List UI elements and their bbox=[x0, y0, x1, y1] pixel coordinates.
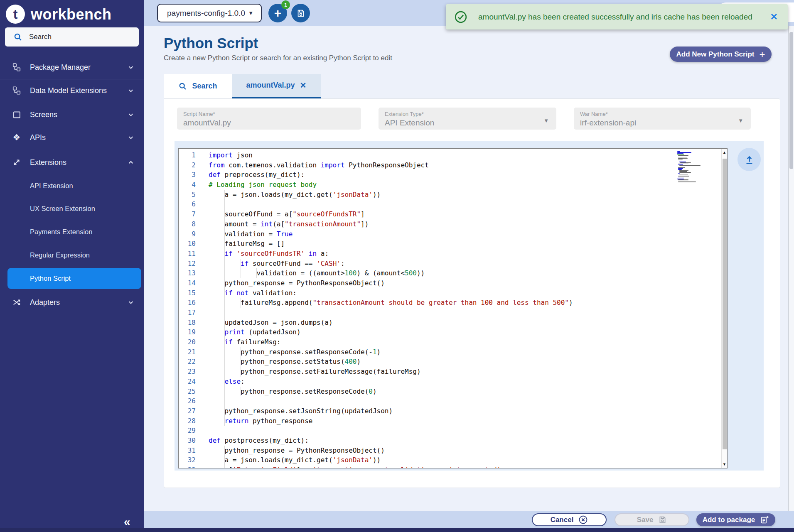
sidebar-child-label: UX Screen Extension bbox=[30, 205, 95, 213]
save-icon bbox=[658, 515, 667, 524]
close-icon[interactable]: ✕ bbox=[300, 81, 307, 90]
code-line: 21 python_response.setResponseCode(-1) bbox=[179, 347, 727, 357]
code-text: # Loading json request body bbox=[209, 180, 317, 190]
line-number: 15 bbox=[179, 288, 196, 298]
indent-guide bbox=[241, 347, 241, 357]
minimap-line bbox=[678, 159, 683, 159]
code-line: 4# Loading json request body bbox=[179, 180, 727, 190]
sidebar-item-extensions[interactable]: Extensions bbox=[0, 152, 144, 172]
code-line: 29 bbox=[179, 426, 727, 436]
cancel-button[interactable]: Cancel bbox=[532, 513, 607, 526]
war-name-select[interactable]: War Name* irf-extension-api ▼ bbox=[574, 108, 751, 130]
code-line: 28 return python_response bbox=[179, 416, 727, 426]
code-text: amount = int(a["transactionAmount"]) bbox=[209, 219, 369, 229]
line-number: 23 bbox=[179, 367, 196, 377]
indent-guide bbox=[224, 278, 225, 288]
code-line: 19 print (updatedJson) bbox=[179, 327, 727, 337]
page-subtitle: Create a new Python Script or search for… bbox=[164, 54, 392, 62]
sidebar-item-api-extension[interactable]: API Extension bbox=[0, 177, 144, 195]
code-line: 30def postprocess(my_dict): bbox=[179, 436, 727, 446]
sidebar-collapse-button[interactable]: « bbox=[124, 515, 130, 529]
line-number: 11 bbox=[179, 249, 196, 259]
extension-type-select[interactable]: Extension Type* API Extension ▼ bbox=[379, 108, 556, 130]
indent-guide bbox=[224, 377, 225, 387]
indent-guide bbox=[224, 298, 225, 308]
indent-guide bbox=[224, 308, 225, 318]
sidebar-item-ux-screen-extension[interactable]: UX Screen Extension bbox=[0, 199, 144, 218]
code-line: 17 bbox=[179, 308, 727, 318]
code-editor[interactable]: 1import json2from com.temenos.validation… bbox=[178, 148, 728, 468]
sidebar-item-label: Screens bbox=[30, 110, 57, 119]
line-number: 21 bbox=[179, 347, 196, 357]
code-text: python_response.setJsonString(updatedJso… bbox=[209, 406, 393, 416]
line-number: 12 bbox=[179, 259, 196, 269]
code-line: 12 if sourceOfFund == 'CASH': bbox=[179, 259, 727, 269]
tab-search[interactable]: Search bbox=[164, 74, 232, 98]
minimap-line bbox=[678, 160, 682, 161]
code-text: python_response.setResponseCode(0) bbox=[209, 387, 377, 397]
sidebar: t workbench Search Package Manager bbox=[0, 0, 144, 532]
package-version-select[interactable]: payments-config-1.0.0 ▼ bbox=[157, 4, 262, 22]
add-to-package-button[interactable]: Add to package bbox=[696, 513, 775, 526]
upload-icon bbox=[744, 154, 755, 165]
page-scrollbar-thumb[interactable] bbox=[789, 32, 793, 169]
add-new-python-script-button[interactable]: Add New Python Script + bbox=[670, 47, 772, 62]
line-number: 17 bbox=[179, 308, 196, 318]
screen-icon bbox=[11, 110, 22, 119]
code-text: sourceOfFund = a["sourceOfFundsTR"] bbox=[209, 209, 365, 219]
scroll-down-icon[interactable]: ▼ bbox=[723, 462, 726, 466]
save-button[interactable]: Save bbox=[615, 513, 689, 526]
code-text: if 'sourceOfFundsTR' in a: bbox=[209, 249, 329, 259]
code-text: a['ExtensionField'] = 'transaction amoun… bbox=[209, 465, 501, 468]
code-text: python_response.setStatus(400) bbox=[209, 357, 361, 367]
sidebar-item-adapters[interactable]: Adapters bbox=[0, 292, 144, 312]
sidebar-item-package-manager[interactable]: Package Manager bbox=[0, 57, 144, 77]
line-number: 4 bbox=[179, 180, 196, 190]
upload-script-button[interactable] bbox=[737, 148, 761, 171]
sidebar-item-python-script[interactable]: Python Script bbox=[7, 268, 141, 289]
minimap-line bbox=[678, 177, 684, 178]
indent-guide bbox=[224, 387, 225, 397]
indent-guide bbox=[224, 219, 225, 229]
page-scrollbar[interactable] bbox=[788, 26, 794, 528]
line-number: 13 bbox=[179, 268, 196, 278]
sidebar-item-label: Adapters bbox=[30, 298, 60, 307]
save-label: Save bbox=[637, 516, 654, 524]
indent-guide bbox=[224, 396, 225, 406]
script-name-label: Script Name* bbox=[183, 111, 215, 117]
sidebar-item-regular-expression[interactable]: Regular Expression bbox=[0, 246, 144, 264]
tab-amountval-py[interactable]: amountVal.py ✕ bbox=[232, 74, 321, 98]
indent-guide bbox=[224, 199, 225, 209]
add-to-package-label: Add to package bbox=[703, 516, 755, 524]
line-number: 10 bbox=[179, 239, 196, 249]
code-line: 9 validation = True bbox=[179, 229, 727, 239]
package-version-value: payments-config-1.0.0 bbox=[167, 9, 245, 18]
code-text: updatedJson = json.dumps(a) bbox=[209, 318, 333, 328]
sidebar-item-apis[interactable]: ❖ APIs bbox=[0, 127, 144, 147]
sidebar-item-data-model-extensions[interactable]: Data Model Extensions bbox=[0, 81, 144, 101]
sidebar-child-label: Regular Expression bbox=[30, 251, 90, 259]
sidebar-divider bbox=[0, 79, 144, 79]
code-line: 33 a['ExtensionField'] = 'transaction am… bbox=[179, 465, 727, 468]
minimap-line bbox=[677, 153, 683, 154]
code-line: 6 bbox=[179, 199, 727, 209]
editor-minimap[interactable] bbox=[676, 150, 715, 185]
hierarchy-icon bbox=[11, 63, 22, 72]
war-name-label: War Name* bbox=[580, 111, 608, 117]
editor-scrollbar[interactable]: ▲ ▼ bbox=[721, 149, 727, 468]
code-line: 32 a = json.loads(my_dict.get('jsonData'… bbox=[179, 455, 727, 465]
chevron-down-icon bbox=[127, 64, 135, 71]
scroll-up-icon[interactable]: ▲ bbox=[723, 150, 726, 154]
sidebar-search-input[interactable]: Search bbox=[5, 27, 139, 47]
close-icon[interactable]: ✕ bbox=[770, 12, 778, 22]
footer-bar: Cancel Save Add to package bbox=[144, 511, 794, 528]
save-package-button[interactable] bbox=[291, 4, 310, 22]
script-name-field[interactable]: Script Name* amountVal.py bbox=[177, 108, 361, 130]
sidebar-item-payments-extension[interactable]: Payments Extension bbox=[0, 223, 144, 241]
code-line: 8 amount = int(a["transactionAmount"]) bbox=[179, 219, 727, 229]
line-number: 27 bbox=[179, 406, 196, 416]
code-text: if failureMsg: bbox=[209, 337, 280, 347]
indent-guide bbox=[224, 357, 225, 367]
editor-scrollbar-thumb[interactable] bbox=[723, 159, 727, 449]
sidebar-item-screens[interactable]: Screens bbox=[0, 105, 144, 125]
